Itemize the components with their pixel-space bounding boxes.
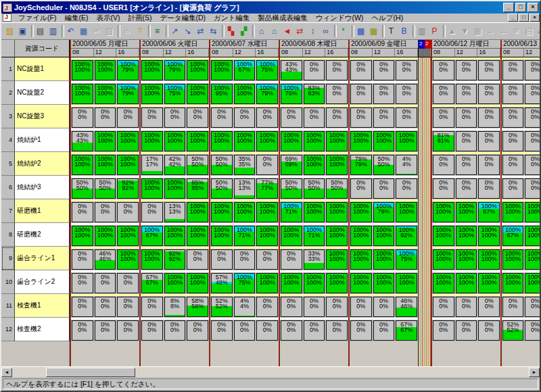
load-cell[interactable]: 100%67% xyxy=(141,226,163,246)
app-icon[interactable]: J xyxy=(3,3,12,12)
load-cell[interactable]: 4%4% xyxy=(234,297,256,317)
load-cell[interactable]: 46%46% xyxy=(95,249,116,270)
load-cell[interactable]: 100%100% xyxy=(164,273,186,293)
load-cell[interactable]: 0%0% xyxy=(396,178,417,199)
load-cell[interactable]: 100%100% xyxy=(502,202,523,222)
load-cell[interactable]: 100%100% xyxy=(350,131,372,151)
load-cell[interactable]: 100%100% xyxy=(350,202,372,222)
load-cell[interactable]: 100%100% xyxy=(326,273,348,293)
load-cell[interactable]: 100%100% xyxy=(234,131,256,151)
load-cell[interactable]: 100%100% xyxy=(72,155,93,175)
load-cell[interactable]: 100%100% xyxy=(396,202,417,222)
resource-name[interactable]: 焼結炉2 xyxy=(15,152,70,176)
load-cell[interactable]: 0%0% xyxy=(350,107,372,128)
load-cell[interactable]: 100%100% xyxy=(141,178,163,199)
load-cell[interactable]: 100%100% xyxy=(187,131,208,151)
load-cell[interactable]: 0%0% xyxy=(350,320,372,341)
load-cell[interactable]: 0%0% xyxy=(234,320,256,341)
time-header[interactable]: 08 xyxy=(502,49,524,57)
load-cell[interactable]: 0%0% xyxy=(433,178,454,199)
load-cell[interactable]: 0%0% xyxy=(525,84,540,104)
row-number[interactable]: 6 xyxy=(1,176,15,199)
load-cell[interactable]: 0%0% xyxy=(211,107,233,128)
load-cell[interactable]: 92%92% xyxy=(117,178,139,199)
time-header[interactable]: 16 xyxy=(116,49,139,57)
load-cell[interactable]: 0%0% xyxy=(456,178,477,199)
load-cell[interactable]: 0%0% xyxy=(304,107,325,128)
load-cell[interactable]: 0%0% xyxy=(326,320,348,341)
load-cell[interactable]: 0%0% xyxy=(502,107,523,128)
load-cell[interactable]: 0%0% xyxy=(502,84,523,104)
load-cell[interactable]: 100%100% xyxy=(256,273,278,293)
load-cell[interactable]: 0%0% xyxy=(433,107,454,128)
load-cell[interactable]: 0%0% xyxy=(234,249,256,270)
load-cell[interactable]: 0%0% xyxy=(502,297,523,317)
load-cell[interactable]: 0%0% xyxy=(456,84,477,104)
load-cell[interactable]: 100%100% xyxy=(396,273,417,293)
row-number[interactable]: 11 xyxy=(1,294,15,318)
date-header-0[interactable]: 2000/06/05 月曜日 xyxy=(71,40,139,49)
load-cell[interactable]: 81%81% xyxy=(433,131,454,151)
menu-item-8[interactable]: ヘルプ(H) xyxy=(367,14,407,22)
load-cell[interactable]: 100%71% xyxy=(281,202,302,222)
load-cell[interactable]: 100%100% xyxy=(95,60,116,80)
backward-schedule-button[interactable]: ↘ xyxy=(181,24,194,38)
load-cell[interactable]: 0%0% xyxy=(72,249,93,270)
load-cell[interactable]: 50%50% xyxy=(304,178,325,199)
load-cell[interactable]: 0%0% xyxy=(211,320,233,341)
calendar-day-button[interactable]: ▦ xyxy=(354,24,367,38)
level-load-button[interactable]: ⇄ xyxy=(194,24,207,38)
load-cell[interactable]: 0%0% xyxy=(187,107,208,128)
load-cell[interactable]: 0%0% xyxy=(350,84,372,104)
load-cell[interactable]: 0%0% xyxy=(117,273,139,293)
time-header[interactable]: 08 xyxy=(280,49,303,57)
load-cell[interactable]: 0%0% xyxy=(350,178,372,199)
resource-name[interactable]: 歯合ライン2 xyxy=(15,270,70,294)
load-cell[interactable]: 0%0% xyxy=(117,202,139,222)
child-restore-button[interactable]: □ xyxy=(519,14,529,22)
load-cell[interactable]: 0%0% xyxy=(326,60,348,80)
load-cell[interactable]: 100%100% xyxy=(373,249,395,270)
load-cell[interactable]: 0%0% xyxy=(95,320,116,341)
load-cell[interactable]: 0%0% xyxy=(525,178,540,199)
load-cell[interactable]: 0%0% xyxy=(72,202,93,222)
line-view-button[interactable]: ⌂ xyxy=(268,24,281,38)
row-number[interactable]: 12 xyxy=(1,318,15,341)
menu-item-7[interactable]: ウィンドウ(W) xyxy=(312,14,368,22)
load-cell[interactable]: 0%0% xyxy=(456,131,477,151)
mdi-child-icon[interactable]: J xyxy=(3,14,11,22)
save-button[interactable]: ▣ xyxy=(16,24,29,38)
load-cell[interactable]: 0%0% xyxy=(350,60,372,80)
load-cell[interactable]: 100%100% xyxy=(164,226,186,246)
load-cell[interactable]: 100%100% xyxy=(72,60,93,80)
load-cell[interactable]: 0%0% xyxy=(525,320,540,341)
load-cell[interactable]: 100%100% xyxy=(373,131,395,151)
search-operations-button[interactable]: ∞ xyxy=(319,24,332,38)
load-cell[interactable]: 0%0% xyxy=(256,155,278,175)
print-button[interactable]: ▤ xyxy=(34,24,47,38)
time-header[interactable]: 12 xyxy=(524,49,540,57)
load-pile-down-button[interactable]: ▼ xyxy=(458,24,471,38)
load-cell[interactable]: 100%100% xyxy=(164,178,186,199)
load-cell[interactable]: 100%100% xyxy=(373,273,395,293)
load-cell[interactable]: 100%100% xyxy=(326,131,348,151)
load-cell[interactable]: 100%100% xyxy=(187,226,208,246)
load-cell[interactable]: 100%100% xyxy=(373,226,395,246)
menu-item-4[interactable]: データ編集(D) xyxy=(156,14,210,22)
load-cell[interactable]: 0%0% xyxy=(256,320,278,341)
time-header[interactable]: 08 xyxy=(71,49,94,57)
load-cell[interactable]: 100%100% xyxy=(95,84,116,104)
time-header[interactable]: 12 xyxy=(455,49,478,57)
open-file-button[interactable]: ▨ xyxy=(3,24,16,38)
load-cell[interactable]: 0%0% xyxy=(281,297,302,317)
load-cell[interactable]: 100%100% xyxy=(187,84,208,104)
load-cell[interactable]: 0%0% xyxy=(502,60,523,80)
load-cell[interactable]: 43%43% xyxy=(281,60,302,80)
load-cell[interactable]: 0%0% xyxy=(281,107,302,128)
child-minimize-button[interactable]: _ xyxy=(508,14,518,22)
time-header[interactable]: 08 xyxy=(141,49,164,57)
load-cell[interactable]: 100%100% xyxy=(304,155,325,175)
load-cell[interactable]: 100%100% xyxy=(211,226,233,246)
load-cell[interactable]: 100%100% xyxy=(525,249,540,270)
load-cell[interactable]: 100%79% xyxy=(256,84,278,104)
